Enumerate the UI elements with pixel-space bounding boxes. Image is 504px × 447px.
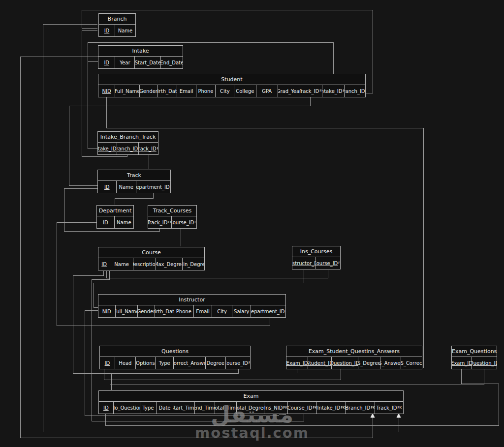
- fk-marker: FK: [283, 406, 287, 410]
- field-department_id: Department_IDFK: [251, 305, 285, 317]
- entity-title: Department: [97, 206, 133, 216]
- field-grad_year: Grad_Year: [278, 85, 300, 97]
- entity-table-department[interactable]: DepartmentIDName: [96, 205, 134, 229]
- fk-marker: FK: [285, 310, 285, 313]
- entity-fields-row: IDHeadOptionsTypeCorrect_AnswerDegreeCou…: [100, 357, 250, 369]
- field-track_id: Track_IDFK: [148, 216, 171, 228]
- entity-fields-row: Track_IDFKCourse_IDFK: [148, 216, 196, 228]
- entity-fields-row: IDYearStart_DateEnd_Date: [98, 57, 183, 68]
- field-name: Name: [115, 25, 135, 36]
- field-course_id: Course_IDFK: [225, 357, 250, 369]
- entity-title: Exam_Student_Questins_Answers: [286, 346, 422, 357]
- field-phone: Phone: [196, 85, 216, 97]
- field-description: Description: [133, 258, 156, 270]
- entity-title: Intake: [98, 46, 183, 57]
- field-id: ID: [98, 57, 115, 68]
- field-gender: Gender: [137, 305, 155, 317]
- entity-fields-row: Exam_IDStudent_IDQuestion_IDS_DegreeS_An…: [286, 357, 422, 369]
- field-city: City: [215, 85, 234, 97]
- field-type: Type: [155, 357, 173, 369]
- field-full_name: Full_Name: [115, 85, 139, 97]
- entity-table-exam[interactable]: ExamIDNo_QuestionTypeDateStart_TimeEnd_T…: [98, 390, 404, 414]
- entity-title: Student: [98, 74, 365, 85]
- field-id: ID: [98, 258, 110, 270]
- field-track_id: Track_IDFK: [375, 402, 403, 414]
- entity-title: Course: [98, 247, 204, 258]
- field-intake_id: Intake_IDFK: [98, 143, 117, 154]
- field-gender: Gender: [139, 85, 157, 97]
- entity-table-branch[interactable]: BranchIDName: [98, 13, 136, 37]
- field-total_time: Total_Time: [215, 402, 237, 414]
- field-start_time: Start_Time: [173, 402, 194, 414]
- field-id: ID: [99, 25, 115, 36]
- fk-marker: FK: [313, 406, 316, 410]
- field-options: Options: [135, 357, 155, 369]
- entity-fields-row: Exam_IDQuestion_ID: [452, 357, 497, 369]
- field-head: Head: [115, 357, 135, 369]
- field-no_question: No_Question: [113, 402, 140, 414]
- field-course_id: Course_IDFK: [315, 257, 340, 269]
- entity-table-intake_branch_track[interactable]: Intake_Branch_TrackIntake_IDFKBranch_IDF…: [97, 131, 158, 155]
- entity-table-track[interactable]: TrackIDNameDepartment_IDFK: [97, 170, 171, 193]
- field-intake_id: Intake_IDFK: [316, 402, 345, 414]
- field-branch_id: Branch_IDFK: [117, 143, 138, 154]
- field-track_id: Track_IDFK: [138, 143, 158, 154]
- entity-title: Track: [98, 170, 170, 181]
- field-name: Name: [116, 181, 136, 193]
- entity-table-student[interactable]: StudentNIDFull_NameGenderBirth_DateEmail…: [98, 74, 366, 97]
- field-question_id: Question_ID: [331, 357, 358, 369]
- entity-tables-layer: BranchIDNameIntakeIDYearStart_DateEnd_Da…: [0, 0, 504, 447]
- field-year: Year: [115, 57, 134, 68]
- field-track_id: Track_IDFK: [300, 85, 322, 97]
- entity-table-exam_student_questins_answers[interactable]: Exam_Student_Questins_AnswersExam_IDStud…: [286, 346, 422, 369]
- entity-title: Intake_Branch_Track: [98, 132, 158, 143]
- entity-table-track_courses[interactable]: Track_CoursesTrack_IDFKCourse_IDFK: [148, 205, 197, 229]
- field-type: Type: [140, 402, 156, 414]
- field-student_id: Student_ID: [308, 357, 331, 369]
- field-id: ID: [98, 181, 116, 193]
- entity-table-instructor[interactable]: InstructorNIDFull_NameGenderBirth_DatePh…: [98, 294, 286, 318]
- field-ins_nid: Ins_NIDFK: [264, 402, 287, 414]
- entity-title: Instructor: [98, 295, 285, 305]
- entity-table-intake[interactable]: IntakeIDYearStart_DateEnd_Date: [98, 45, 183, 69]
- entity-table-questions[interactable]: QuestionsIDHeadOptionsTypeCorrect_Answer…: [99, 346, 251, 369]
- field-full_name: Full_Name: [115, 305, 138, 317]
- entity-title: Questions: [100, 346, 250, 357]
- field-gpa: GPA: [256, 85, 278, 97]
- field-s_answer: S_Answer: [380, 357, 401, 369]
- er-diagram-canvas: BranchIDNameIntakeIDYearStart_DateEnd_Da…: [0, 0, 504, 447]
- entity-title: Exam_Questions: [452, 346, 497, 357]
- field-course_id: Course_IDFK: [287, 402, 316, 414]
- entity-fields-row: IDNameDescriptionMax_DegreeMin_Degree: [98, 258, 204, 270]
- field-exam_id: Exam_ID: [286, 357, 308, 369]
- fk-marker: FK: [371, 406, 374, 410]
- field-id: ID: [99, 402, 113, 414]
- field-birth_date: Birth_Date: [157, 85, 177, 97]
- field-s_degree: S_Degree: [358, 357, 380, 369]
- field-id: ID: [97, 216, 114, 228]
- field-min_degree: Min_Degree: [182, 258, 204, 270]
- field-question_id: Question_ID: [472, 357, 497, 369]
- entity-table-ins_courses[interactable]: Ins_CoursesInstructor_IDCourse_IDFK: [292, 246, 341, 269]
- field-college: College: [234, 85, 255, 97]
- field-end_date: End_Date: [160, 57, 183, 68]
- entity-fields-row: IDName: [99, 25, 135, 36]
- field-exam_id: Exam_ID: [452, 357, 472, 369]
- entity-title: Track_Courses: [148, 206, 196, 216]
- field-branch_id: Branch_IDFK: [345, 402, 374, 414]
- field-nid: NID: [98, 305, 115, 317]
- entity-fields-row: IDNo_QuestionTypeDateStart_TimeEnd_TimeT…: [99, 402, 403, 414]
- field-date: Date: [156, 402, 173, 414]
- entity-fields-row: IDNameDepartment_IDFK: [98, 181, 170, 193]
- field-start_date: Start_Date: [134, 57, 160, 68]
- entity-table-course[interactable]: CourseIDNameDescriptionMax_DegreeMin_Deg…: [98, 247, 205, 270]
- entity-table-exam_questions[interactable]: Exam_QuestionsExam_IDQuestion_ID: [451, 346, 497, 369]
- field-nid: NID: [98, 85, 115, 97]
- field-course_id: Course_IDFK: [171, 216, 196, 228]
- field-is_correct: IS_Correct: [401, 357, 422, 369]
- entity-fields-row: Intake_IDFKBranch_IDFKTrack_IDFK: [98, 143, 158, 154]
- field-name: Name: [110, 258, 133, 270]
- field-salary: Salary: [232, 305, 251, 317]
- field-id: ID: [100, 357, 115, 369]
- field-instructor_id: Instructor_ID: [292, 257, 315, 269]
